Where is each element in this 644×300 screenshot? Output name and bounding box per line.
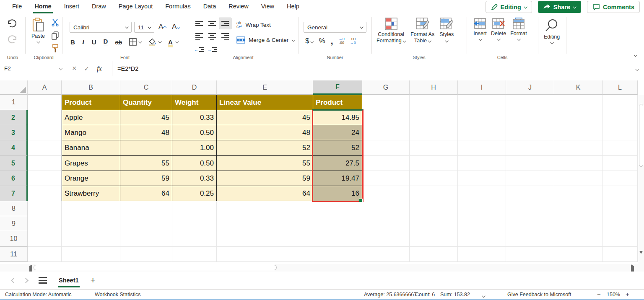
cell-K10[interactable] bbox=[554, 231, 602, 247]
cell-A6[interactable] bbox=[28, 171, 62, 186]
menu-tab-help[interactable]: Help bbox=[280, 0, 306, 13]
cell-C5[interactable]: 55 bbox=[120, 156, 172, 171]
redo-button[interactable] bbox=[7, 35, 18, 45]
cell-F3[interactable]: 24 bbox=[313, 125, 362, 140]
all-sheets-menu-icon[interactable] bbox=[39, 275, 47, 285]
cell-C10[interactable] bbox=[120, 231, 172, 247]
row-header-6[interactable]: 6 bbox=[0, 171, 28, 186]
status-options-chevron-icon[interactable] bbox=[482, 291, 485, 300]
menu-tab-formulas[interactable]: Formulas bbox=[159, 0, 197, 13]
cell-C2[interactable]: 45 bbox=[120, 110, 172, 125]
cell-F4[interactable]: 52 bbox=[313, 140, 362, 156]
cell-E9[interactable] bbox=[217, 216, 313, 231]
row-header-10[interactable]: 10 bbox=[0, 231, 28, 247]
cell-G6[interactable] bbox=[362, 171, 410, 186]
menu-tab-page-layout[interactable]: Page Layout bbox=[112, 0, 159, 13]
cell-I8[interactable] bbox=[458, 201, 506, 216]
cell-A2[interactable] bbox=[28, 110, 62, 125]
cell-L8[interactable] bbox=[602, 201, 638, 216]
increase-indent-button[interactable]: → bbox=[206, 44, 218, 55]
cell-D1[interactable]: Weight bbox=[172, 95, 217, 110]
workbook-statistics[interactable]: Workbook Statistics bbox=[95, 290, 141, 300]
cell-J6[interactable] bbox=[506, 171, 554, 186]
cell-I6[interactable] bbox=[458, 171, 506, 186]
prev-sheet-icon[interactable] bbox=[11, 278, 16, 283]
row-header-2[interactable]: 2 bbox=[0, 110, 28, 125]
cell-E4[interactable]: 52 bbox=[217, 140, 313, 156]
menu-tab-review[interactable]: Review bbox=[222, 0, 255, 13]
cell-G4[interactable] bbox=[362, 140, 410, 156]
enter-check-icon[interactable]: ✓ bbox=[84, 65, 90, 72]
sheet-tab[interactable]: Sheet1 bbox=[56, 277, 81, 284]
number-format-select[interactable]: General bbox=[304, 22, 366, 33]
align-top-button[interactable] bbox=[193, 18, 205, 29]
cell-G1[interactable] bbox=[362, 95, 410, 110]
cell-L1[interactable] bbox=[602, 95, 638, 110]
cell-K3[interactable] bbox=[554, 125, 602, 140]
cell-F7[interactable]: 16 bbox=[313, 186, 362, 201]
column-header-A[interactable]: A bbox=[28, 80, 62, 95]
cell-G11[interactable] bbox=[362, 247, 410, 262]
cell-K9[interactable] bbox=[554, 216, 602, 231]
cell-F11[interactable] bbox=[313, 247, 362, 262]
menu-tab-insert[interactable]: Insert bbox=[58, 0, 86, 13]
cell-A8[interactable] bbox=[28, 201, 62, 216]
grow-font-button[interactable]: A bbox=[158, 23, 166, 31]
cell-A7[interactable] bbox=[28, 186, 62, 201]
cell-F1[interactable]: Product bbox=[313, 95, 362, 110]
decrease-decimal-button[interactable]: .00→0 bbox=[350, 37, 356, 45]
comma-format-button[interactable]: , bbox=[331, 39, 333, 43]
cell-A1[interactable] bbox=[28, 95, 62, 110]
italic-button[interactable]: I bbox=[82, 39, 85, 46]
cell-B9[interactable] bbox=[62, 216, 120, 231]
cell-J11[interactable] bbox=[506, 247, 554, 262]
cell-B10[interactable] bbox=[62, 231, 120, 247]
cell-B2[interactable]: Apple bbox=[62, 110, 120, 125]
cell-C4[interactable] bbox=[120, 140, 172, 156]
cell-D2[interactable]: 0.33 bbox=[172, 110, 217, 125]
cell-B7[interactable]: Strawberry bbox=[62, 186, 120, 201]
cell-L2[interactable] bbox=[602, 110, 638, 125]
cell-L3[interactable] bbox=[602, 125, 638, 140]
cell-D3[interactable]: 0.50 bbox=[172, 125, 217, 140]
cell-I5[interactable] bbox=[458, 156, 506, 171]
row-header-9[interactable]: 9 bbox=[0, 216, 28, 231]
cell-E7[interactable]: 64 bbox=[217, 186, 313, 201]
cell-I11[interactable] bbox=[458, 247, 506, 262]
cell-F6[interactable]: 19.47 bbox=[313, 171, 362, 186]
menu-tab-file[interactable]: File bbox=[6, 0, 28, 13]
cell-I9[interactable] bbox=[458, 216, 506, 231]
row-header-4[interactable]: 4 bbox=[0, 140, 28, 156]
cell-A5[interactable] bbox=[28, 156, 62, 171]
cell-C11[interactable] bbox=[120, 247, 172, 262]
cell-F9[interactable] bbox=[313, 216, 362, 231]
align-center-button[interactable] bbox=[206, 31, 218, 42]
cell-D9[interactable] bbox=[172, 216, 217, 231]
cell-J7[interactable] bbox=[506, 186, 554, 201]
cell-J4[interactable] bbox=[506, 140, 554, 156]
cell-E6[interactable]: 59 bbox=[217, 171, 313, 186]
wrap-text-button[interactable]: abc↵ Wrap Text bbox=[236, 21, 271, 28]
formula-input[interactable]: =E2*D2 bbox=[112, 65, 636, 72]
cell-B4[interactable]: Banana bbox=[62, 140, 120, 156]
horizontal-scroll-thumb[interactable] bbox=[34, 265, 277, 270]
increase-decimal-button[interactable]: ←0.00 bbox=[339, 37, 345, 45]
currency-format-button[interactable]: $ bbox=[305, 37, 313, 45]
cell-B8[interactable] bbox=[62, 201, 120, 216]
cell-E3[interactable]: 48 bbox=[217, 125, 313, 140]
cell-E2[interactable]: 45 bbox=[217, 110, 313, 125]
collapse-ribbon-button[interactable] bbox=[634, 51, 636, 58]
row-header-3[interactable]: 3 bbox=[0, 125, 28, 140]
borders-button[interactable] bbox=[129, 38, 141, 46]
cell-D5[interactable]: 0.50 bbox=[172, 156, 217, 171]
cell-K4[interactable] bbox=[554, 140, 602, 156]
cell-I2[interactable] bbox=[458, 110, 506, 125]
cell-J2[interactable] bbox=[506, 110, 554, 125]
cell-E10[interactable] bbox=[217, 231, 313, 247]
cell-C3[interactable]: 48 bbox=[120, 125, 172, 140]
cell-D6[interactable]: 0.33 bbox=[172, 171, 217, 186]
cell-K1[interactable] bbox=[554, 95, 602, 110]
cell-G9[interactable] bbox=[362, 216, 410, 231]
cell-I10[interactable] bbox=[458, 231, 506, 247]
fill-color-button[interactable] bbox=[148, 38, 161, 46]
